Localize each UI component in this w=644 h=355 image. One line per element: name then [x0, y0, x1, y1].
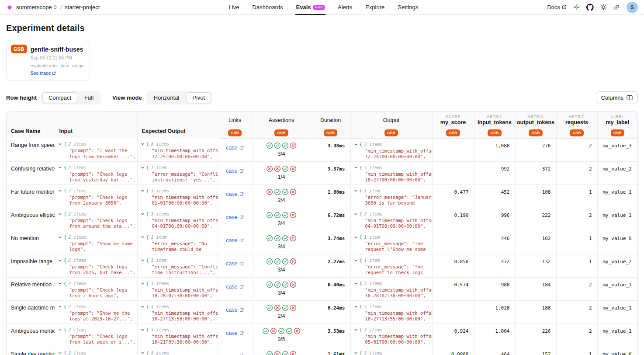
output-tokens-cell: 372 [515, 161, 556, 184]
project-name[interactable]: starter-project [65, 4, 100, 10]
collapse-chevron-icon[interactable] [58, 258, 62, 262]
case-link[interactable]: case [226, 191, 243, 197]
json-item-count: 1 item [364, 188, 380, 193]
table-row: Ambiguous elliptic...{2 items"prompt": "… [7, 208, 637, 231]
case-link-label: case [226, 261, 237, 267]
col-header-Output: Output [350, 111, 432, 126]
json-line: logs from December ...", [69, 154, 137, 160]
collapse-chevron-icon[interactable] [354, 212, 358, 216]
score-cell: 0.574 [432, 277, 474, 300]
collapse-chevron-icon[interactable] [141, 166, 145, 170]
collapse-chevron-icon[interactable] [354, 282, 358, 285]
docs-link[interactable]: Docs [547, 4, 567, 10]
duration-cell: 1.61ms [311, 347, 350, 355]
json-item-count: 2 items [68, 142, 87, 146]
tab-evals[interactable]: Evals beta [296, 0, 325, 15]
case-link[interactable]: case [226, 307, 243, 313]
input-cell: {2 items"prompt": "Check logsfrom 2 hour… [55, 277, 137, 300]
view-mode-horizontal[interactable]: Horizontal [148, 92, 186, 103]
collapse-chevron-icon[interactable] [354, 235, 358, 239]
collapse-chevron-icon[interactable] [58, 212, 62, 216]
label-cell: my_value_1 [597, 300, 637, 324]
row-height-full[interactable]: Full [78, 92, 100, 103]
input-cell: {2 items"prompt": "Check logsfrom yester… [55, 161, 137, 184]
output-cell: {3 items"min_timestamp_with_offset"10-28… [350, 277, 432, 300]
case-link[interactable]: case [226, 145, 243, 151]
assertion-fail-icon [290, 304, 297, 311]
case-link[interactable]: case [226, 330, 243, 336]
columns-button[interactable]: Columns [596, 91, 638, 104]
collapse-chevron-icon[interactable] [58, 142, 62, 146]
case-link[interactable]: case [226, 261, 243, 267]
collapse-chevron-icon[interactable] [354, 166, 358, 170]
column-experiment-badge-cell: GSB [515, 126, 556, 138]
assertions-cell: 3/5 [252, 324, 311, 347]
collapse-chevron-icon[interactable] [58, 166, 62, 170]
collapse-chevron-icon[interactable] [58, 351, 62, 355]
json-line: request to check logs [365, 270, 432, 276]
input-cell: {2 items"prompt": "Check logsfrom around… [55, 208, 137, 231]
view-mode-pivot[interactable]: Pivot [186, 92, 211, 103]
collapse-chevron-icon[interactable] [141, 212, 145, 216]
collapse-chevron-icon[interactable] [141, 328, 145, 332]
column-name: my_label [598, 119, 638, 125]
tab-live[interactable]: Live [229, 0, 239, 15]
case-link[interactable]: case [226, 284, 243, 290]
column-experiment-badge-cell: GSB [218, 126, 252, 138]
tab-dashboards[interactable]: Dashboards [252, 0, 283, 15]
case-link[interactable]: case [226, 237, 243, 244]
tab-explore[interactable]: Explore [365, 0, 384, 15]
avatar[interactable]: S [627, 2, 638, 13]
assertion-pass-icon [274, 281, 281, 288]
slack-icon[interactable] [573, 4, 580, 10]
json-brace: { [146, 304, 149, 310]
theme-sun-icon[interactable] [600, 4, 607, 10]
case-link[interactable]: case [226, 353, 243, 355]
collapse-chevron-icon[interactable] [354, 351, 358, 355]
assertion-pass-icon [274, 142, 281, 149]
json-item-count: 2 items [68, 165, 87, 170]
collapse-chevron-icon[interactable] [354, 305, 358, 309]
tab-alerts[interactable]: Alerts [338, 0, 352, 15]
case-name-cell: Single datetime m... [7, 300, 55, 324]
collapse-chevron-icon[interactable] [58, 189, 62, 193]
collapse-chevron-icon[interactable] [354, 143, 358, 146]
page: summerscope / starter-project Live Dashb… [0, 0, 644, 355]
row-height-compact[interactable]: Compact [42, 92, 77, 103]
collapse-chevron-icon[interactable] [354, 189, 358, 193]
collapse-chevron-icon[interactable] [58, 282, 62, 285]
collapse-chevron-icon[interactable] [141, 189, 145, 193]
requests-cell: 2 [556, 277, 597, 300]
json-brace: { [360, 350, 363, 355]
duration-cell: 3.38ms [311, 138, 350, 161]
github-icon[interactable] [586, 3, 594, 11]
tab-settings[interactable]: Settings [398, 0, 418, 15]
collapse-chevron-icon[interactable] [141, 235, 145, 239]
json-line: "min_timestamp_with_offset" [152, 287, 218, 293]
output-cell: {3 items"min_timestamp_with_offset"05-01… [350, 324, 432, 347]
json-brace: { [64, 141, 67, 147]
requests-cell: 2 [556, 300, 597, 324]
see-trace-link[interactable]: See trace [31, 70, 83, 76]
collapse-chevron-icon[interactable] [141, 142, 145, 146]
collapse-chevron-icon[interactable] [58, 328, 62, 332]
collapse-chevron-icon[interactable] [141, 258, 145, 262]
case-link[interactable]: case [226, 214, 243, 220]
collapse-chevron-icon[interactable] [354, 328, 358, 332]
json-brace: { [64, 188, 67, 194]
case-link[interactable]: case [226, 168, 243, 174]
collapse-chevron-icon[interactable] [58, 305, 62, 309]
json-line: 04-01T00:00:00+00:00", [152, 223, 218, 230]
collapse-chevron-icon[interactable] [58, 235, 62, 239]
collapse-chevron-icon[interactable] [141, 282, 145, 285]
collapse-chevron-icon[interactable] [354, 258, 358, 262]
collapse-chevron-icon[interactable] [141, 305, 145, 309]
input-tokens-cell: 1,088 [474, 138, 515, 161]
collapse-chevron-icon[interactable] [141, 351, 145, 355]
share-link-icon[interactable] [613, 4, 620, 10]
json-line: 10-27T13:55:00+00:00", [365, 316, 432, 322]
json-brace: { [146, 188, 149, 194]
case-link-label: case [226, 237, 237, 244]
score-cell: 0.190 [432, 208, 474, 231]
org-switcher[interactable]: summerscope [16, 4, 57, 10]
